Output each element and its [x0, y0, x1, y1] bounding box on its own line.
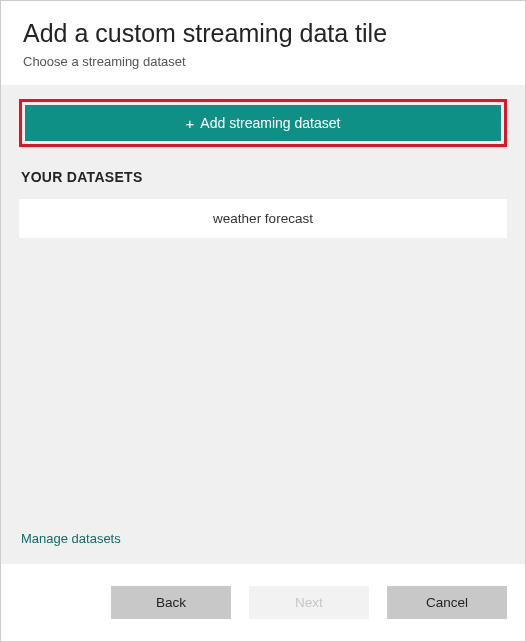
plus-icon: + [186, 116, 195, 131]
add-streaming-dataset-button[interactable]: + Add streaming dataset [25, 105, 501, 141]
your-datasets-heading: YOUR DATASETS [21, 169, 507, 185]
dataset-item[interactable]: weather forecast [19, 199, 507, 238]
dialog-footer: Back Next Cancel [1, 564, 525, 641]
next-button: Next [249, 586, 369, 619]
back-button[interactable]: Back [111, 586, 231, 619]
manage-datasets-link[interactable]: Manage datasets [21, 531, 121, 546]
cancel-button[interactable]: Cancel [387, 586, 507, 619]
add-button-label: Add streaming dataset [200, 115, 340, 131]
dialog-header: Add a custom streaming data tile Choose … [1, 1, 525, 85]
dialog-subtitle: Choose a streaming dataset [23, 54, 503, 69]
add-button-highlight: + Add streaming dataset [19, 99, 507, 147]
dataset-item-label: weather forecast [213, 211, 313, 226]
content-area: + Add streaming dataset YOUR DATASETS we… [1, 85, 525, 564]
dialog-title: Add a custom streaming data tile [23, 19, 503, 48]
